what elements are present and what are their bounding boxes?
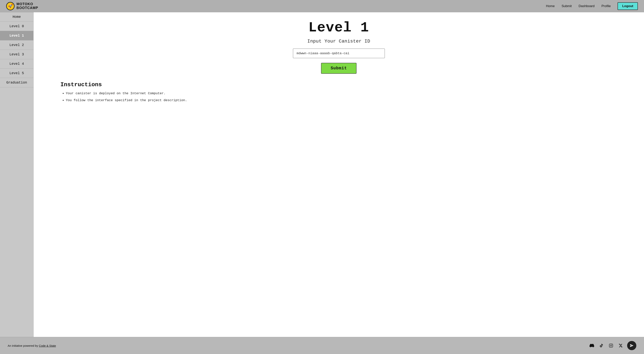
sidebar: Home Level 0 Level 1 Level 2 Level 3 Lev… <box>0 12 34 337</box>
logo-text: MOTOKO BOOTCAMP <box>16 2 38 10</box>
footer-text: An initiative powered by Code & State <box>8 344 56 347</box>
sidebar-item-level1[interactable]: Level 1 <box>0 31 33 40</box>
sidebar-item-home[interactable]: Home <box>0 12 33 22</box>
instruction-item-2: You follow the interface specified in th… <box>66 98 214 103</box>
footer: An initiative powered by Code & State <box>0 337 644 354</box>
sidebar-item-graduation[interactable]: Graduation <box>0 78 33 87</box>
submit-button[interactable]: Submit <box>321 63 356 74</box>
sidebar-item-level0[interactable]: Level 0 <box>0 22 33 31</box>
svg-point-2 <box>612 345 612 345</box>
footer-icons <box>589 341 636 350</box>
svg-point-1 <box>610 345 612 346</box>
tiktok-icon[interactable] <box>598 343 604 349</box>
nav-profile[interactable]: Profile <box>602 4 611 8</box>
send-button[interactable] <box>627 341 636 350</box>
discord-icon[interactable] <box>589 343 595 349</box>
svg-rect-0 <box>609 344 613 347</box>
sidebar-item-level4[interactable]: Level 4 <box>0 59 33 69</box>
sidebar-item-level3[interactable]: Level 3 <box>0 50 33 59</box>
x-twitter-icon[interactable] <box>618 343 624 349</box>
sidebar-item-level5[interactable]: Level 5 <box>0 69 33 78</box>
instagram-icon[interactable] <box>608 343 614 349</box>
header: 🚀 MOTOKO BOOTCAMP Home Submit Dashboard … <box>0 0 644 12</box>
logo[interactable]: 🚀 MOTOKO BOOTCAMP <box>6 2 38 10</box>
nav-submit[interactable]: Submit <box>562 4 572 8</box>
nav-home[interactable]: Home <box>546 4 555 8</box>
instructions-title: Instructions <box>60 81 214 88</box>
main-nav: Home Submit Dashboard Profile Logout <box>546 2 638 10</box>
main-content: Level 1 Input Your Canister ID Submit In… <box>34 12 644 337</box>
nav-dashboard[interactable]: Dashboard <box>578 4 594 8</box>
instruction-item-1: Your canister is deployed on the Interne… <box>66 91 214 96</box>
sidebar-item-level2[interactable]: Level 2 <box>0 40 33 50</box>
subtitle: Input Your Canister ID <box>308 39 370 44</box>
page-body: Home Level 0 Level 1 Level 2 Level 3 Lev… <box>0 12 644 337</box>
page-title: Level 1 <box>308 20 369 36</box>
instructions-section: Instructions Your canister is deployed o… <box>60 81 214 105</box>
footer-link[interactable]: Code & State <box>39 344 56 347</box>
logout-button[interactable]: Logout <box>618 2 638 10</box>
logo-icon: 🚀 <box>6 2 14 10</box>
instructions-list: Your canister is deployed on the Interne… <box>60 91 214 103</box>
canister-id-input[interactable] <box>293 48 385 58</box>
